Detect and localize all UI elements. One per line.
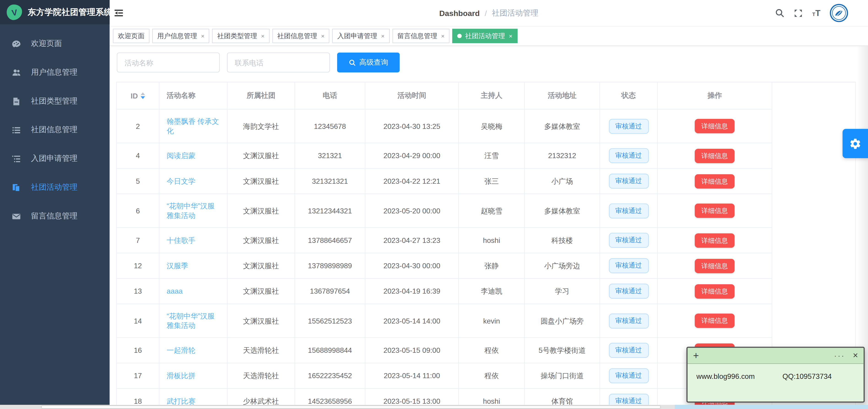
ad-popup: + ··· × www.blog996.com QQ:109573734: [686, 347, 865, 403]
search-toolbar: 高级查询: [117, 53, 400, 72]
horizontal-scrollbar: [0, 405, 868, 409]
activity-name-link[interactable]: “花朝中华”汉服雅集活动: [167, 312, 215, 330]
detail-info-button[interactable]: 详细信息: [694, 119, 735, 133]
detail-info-button[interactable]: 详细信息: [694, 148, 735, 163]
tab-club-activity[interactable]: 社团活动管理×: [453, 29, 517, 43]
plus-icon[interactable]: +: [693, 350, 699, 361]
sidebar-item-welcome[interactable]: 欢迎页面: [0, 29, 110, 58]
activity-name-link[interactable]: 武打比赛: [167, 397, 195, 405]
detail-info-button[interactable]: 详细信息: [694, 204, 735, 218]
cell-club: 文渊汉服社: [227, 143, 295, 169]
cell-address: 多媒体教室: [525, 194, 600, 228]
breadcrumb-root[interactable]: Dashboard: [439, 9, 479, 18]
cell-address: 5号教学楼街道: [525, 338, 600, 363]
tab-welcome[interactable]: 欢迎页面: [113, 29, 150, 43]
table-row: 6“花朝中华”汉服雅集活动文渊汉服社132123443212023-05-20 …: [117, 194, 772, 228]
sidebar-item-club-info[interactable]: 社团信息管理: [0, 115, 110, 144]
status-approved-button[interactable]: 审核通过: [609, 233, 648, 248]
column-header-time: 活动时间: [365, 82, 459, 110]
activity-name-link[interactable]: 十佳歌手: [167, 236, 195, 244]
tab-label: 社团活动管理: [465, 31, 505, 41]
activity-name-link[interactable]: “花朝中华”汉服雅集活动: [167, 202, 215, 219]
sidebar-item-message[interactable]: 留言信息管理: [0, 202, 110, 231]
close-icon[interactable]: ×: [381, 33, 385, 39]
sidebar-item-club-activity[interactable]: 社团活动管理: [0, 173, 110, 202]
cell-host: 程依: [459, 363, 525, 389]
detail-info-button[interactable]: 详细信息: [694, 233, 735, 247]
cell-id: 5: [117, 169, 159, 194]
cell-status: 审核通过: [600, 194, 658, 228]
status-approved-button[interactable]: 审核通过: [609, 284, 648, 299]
cell-host: 赵晓雪: [459, 194, 525, 228]
ad-qq-text: QQ:109573734: [782, 372, 832, 380]
status-approved-button[interactable]: 审核通过: [609, 343, 648, 358]
advanced-query-button[interactable]: 高级查询: [337, 53, 400, 72]
tab-users[interactable]: 用户信息管理×: [152, 29, 210, 43]
close-icon[interactable]: ×: [321, 33, 324, 39]
activity-name-link[interactable]: 汉服季: [167, 262, 188, 270]
search-icon[interactable]: [775, 8, 784, 18]
detail-info-button[interactable]: 详细信息: [694, 284, 735, 298]
status-approved-button[interactable]: 审核通过: [609, 313, 648, 328]
column-header-address: 活动地址: [525, 82, 600, 110]
activity-name-link[interactable]: 今日文学: [167, 177, 195, 185]
cell-id: 17: [117, 363, 159, 389]
sort-ascending-caret[interactable]: [141, 92, 145, 95]
sidebar-item-club-type[interactable]: 社团类型管理: [0, 87, 110, 115]
scrollbar-thumb[interactable]: [41, 405, 661, 409]
tab-club-info[interactable]: 社团信息管理×: [272, 29, 329, 43]
font-size-icon[interactable]: TT: [812, 9, 820, 17]
sidebar-collapse-icon[interactable]: [114, 9, 124, 17]
column-header-action: 操作: [658, 82, 772, 110]
sort-carets: [141, 92, 145, 99]
detail-info-button[interactable]: 详细信息: [694, 174, 735, 188]
font-size-small-glyph: T: [812, 12, 815, 17]
activity-name-link[interactable]: 一起滑轮: [167, 346, 195, 354]
sidebar-item-join-apply[interactable]: 入团申请管理: [0, 144, 110, 173]
close-icon[interactable]: ×: [441, 33, 445, 39]
cell-id: 14: [117, 304, 159, 338]
column-label: 活动名称: [167, 91, 195, 99]
cell-activity-name: “花朝中华”汉服雅集活动: [159, 194, 227, 228]
activity-name-input[interactable]: [117, 53, 220, 72]
close-icon[interactable]: ×: [509, 33, 513, 39]
status-approved-button[interactable]: 审核通过: [609, 258, 648, 273]
activity-name-link[interactable]: aaaa: [167, 287, 183, 295]
advanced-query-label: 高级查询: [359, 58, 388, 68]
fullscreen-icon[interactable]: [794, 9, 803, 18]
cell-id: 4: [117, 143, 159, 169]
cell-time: 2023-04-22 12:21: [365, 169, 459, 194]
tab-label: 社团信息管理: [277, 31, 317, 41]
sidebar-item-label: 用户信息管理: [31, 67, 78, 77]
detail-info-button[interactable]: 详细信息: [694, 313, 735, 328]
status-approved-button[interactable]: 审核通过: [609, 148, 648, 163]
tab-label: 用户信息管理: [157, 31, 197, 41]
cell-phone: 13788646657: [295, 228, 365, 253]
status-approved-button[interactable]: 审核通过: [609, 368, 648, 383]
cell-host: 张三: [459, 169, 525, 194]
tab-message[interactable]: 留言信息管理×: [392, 29, 450, 43]
tab-join-apply[interactable]: 入团申请管理×: [332, 29, 390, 43]
status-approved-button[interactable]: 审核通过: [609, 118, 648, 133]
status-approved-button[interactable]: 审核通过: [609, 203, 648, 218]
contact-phone-input[interactable]: [227, 53, 330, 72]
activity-name-link[interactable]: 滑板比拼: [167, 372, 195, 380]
close-icon[interactable]: ×: [261, 33, 265, 39]
column-label: ID: [131, 92, 138, 100]
detail-info-button[interactable]: 详细信息: [694, 259, 735, 273]
tab-club-type[interactable]: 社团类型管理×: [212, 29, 270, 43]
status-approved-button[interactable]: 审核通过: [609, 174, 648, 189]
user-avatar[interactable]: [830, 4, 848, 22]
cell-club: 海韵文学社: [227, 109, 295, 143]
close-icon[interactable]: ×: [853, 351, 858, 360]
close-icon[interactable]: ×: [201, 33, 205, 39]
sort-descending-caret[interactable]: [141, 96, 145, 99]
settings-button[interactable]: [843, 129, 868, 158]
sidebar-item-users[interactable]: 用户信息管理: [0, 58, 110, 87]
activity-name-link[interactable]: 翰墨飘香 传承文化: [167, 117, 219, 135]
activity-name-link[interactable]: 阅读启蒙: [167, 151, 195, 160]
column-header-id[interactable]: ID: [117, 82, 159, 110]
more-options-icon[interactable]: ···: [834, 352, 845, 360]
cell-time: 2023-04-19 16:39: [365, 279, 459, 304]
sidebar-item-label: 社团活动管理: [31, 182, 78, 193]
